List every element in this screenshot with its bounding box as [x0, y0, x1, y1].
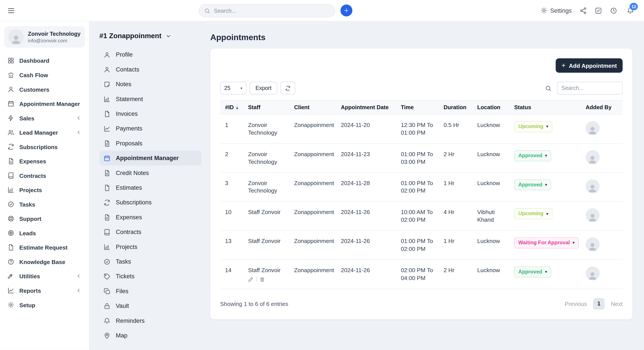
share-icon[interactable] [580, 7, 587, 14]
plus-icon [343, 8, 350, 14]
sidebar-item[interactable]: Subscriptions [4, 140, 85, 154]
client-selector[interactable]: #1 Zonappoinment [99, 32, 201, 40]
status-dropdown[interactable]: Approved ▾ [514, 266, 551, 278]
client-panel-item[interactable]: Notes [99, 77, 201, 92]
files-icon [104, 288, 110, 295]
status-dropdown[interactable]: Approved ▾ [514, 179, 551, 190]
sidebar-item[interactable]: Estimate Request [4, 240, 85, 254]
status-dropdown[interactable]: Upcoming ▾ [514, 121, 552, 132]
sidebar-item[interactable]: Cash Flow [4, 68, 85, 82]
cell-time: 02:00 PM To 04:00 PM [396, 260, 439, 288]
client-panel-item[interactable]: Profile [99, 47, 201, 62]
check-square-icon[interactable] [595, 7, 602, 14]
client-panel-item[interactable]: Tasks [99, 254, 201, 269]
sales-icon [8, 114, 14, 122]
chevron-left-icon [76, 273, 82, 279]
sidebar-item[interactable]: Leads [4, 226, 85, 240]
sidebar: Zonvoir Technology info@zonvoir.com Dash… [0, 21, 90, 350]
company-card[interactable]: Zonvoir Technology info@zonvoir.com [4, 26, 85, 48]
status-dropdown[interactable]: Upcoming ▾ [514, 208, 552, 219]
cell-location: Lucknow [472, 172, 509, 201]
column-header[interactable]: Location [472, 101, 509, 114]
client-panel-item[interactable]: Credit Notes [99, 166, 201, 180]
client-panel-item[interactable]: Expenses [99, 210, 201, 224]
cell-duration: 0.5 Hr [439, 114, 472, 143]
notifications-button[interactable]: 12 [627, 7, 634, 14]
sidebar-item-label: Utilities [19, 273, 40, 280]
export-button[interactable]: Export [250, 82, 277, 94]
column-header[interactable]: Client [289, 101, 336, 114]
client-panel-item[interactable]: Files [99, 284, 201, 298]
sidebar-item[interactable]: Reports [4, 283, 85, 298]
per-page-select[interactable]: 25 ▾ [220, 82, 246, 94]
client-panel-item[interactable]: Subscriptions [99, 195, 201, 210]
page-number-button[interactable]: 1 [593, 298, 604, 310]
cell-duration: 1 Hr [439, 172, 472, 201]
table-header: #ID ▴ Staff Client [220, 100, 623, 115]
client-panel-item[interactable]: Payments [99, 121, 201, 136]
sidebar-item[interactable]: Dashboard [4, 53, 85, 68]
client-panel-item[interactable]: Vault [99, 298, 201, 313]
client-panel-item[interactable]: Statement [99, 92, 201, 106]
refresh-button[interactable] [280, 82, 295, 94]
sidebar-item[interactable]: Utilities [4, 269, 85, 283]
column-header[interactable]: #ID ▴ [220, 101, 243, 114]
chevron-down-icon: ▾ [546, 124, 548, 129]
next-page-button[interactable]: Next [611, 300, 623, 307]
chevron-left-icon [76, 288, 82, 294]
appointment-manager-icon [104, 154, 110, 162]
sidebar-item[interactable]: Setup [4, 298, 85, 312]
sidebar-item-label: Contracts [19, 172, 46, 179]
client-panel-item[interactable]: Map [99, 328, 201, 343]
client-name: #1 Zonappoinment [99, 32, 162, 40]
table-search-input[interactable] [557, 82, 623, 94]
sidebar-item[interactable]: Contracts [4, 168, 85, 183]
add-appointment-button[interactable]: + Add Appointment [556, 58, 623, 73]
page-title: Appointments [210, 33, 632, 42]
quick-add-button[interactable] [340, 4, 352, 16]
column-header[interactable]: Staff [243, 101, 289, 114]
hamburger-menu-icon[interactable] [7, 6, 15, 14]
column-header[interactable]: Time [396, 101, 439, 114]
status-dropdown[interactable]: Approved ▾ [514, 150, 551, 161]
sidebar-item[interactable]: Support [4, 212, 85, 226]
sidebar-item[interactable]: Appointment Manager [4, 96, 85, 111]
global-search-input[interactable] [214, 8, 330, 14]
sidebar-item[interactable]: Tasks [4, 197, 85, 212]
global-search[interactable] [199, 4, 335, 17]
sidebar-item[interactable]: Customers [4, 82, 85, 96]
sidebar-item[interactable]: Lead Manager [4, 125, 85, 140]
table-search-icon[interactable] [545, 85, 552, 92]
sidebar-item[interactable]: Projects [4, 183, 85, 197]
column-header[interactable]: Appointment Date [336, 101, 396, 114]
sidebar-item[interactable]: Sales [4, 111, 85, 126]
clock-icon[interactable] [610, 7, 618, 14]
client-panel-item[interactable]: Projects [99, 240, 201, 254]
client-panel-item[interactable]: Contracts [99, 224, 201, 239]
column-header[interactable]: Added By [581, 101, 623, 114]
delete-icon[interactable] [260, 277, 265, 282]
client-panel-item[interactable]: Proposals [99, 136, 201, 151]
user-avatar [586, 237, 600, 251]
sort-icon[interactable]: ▴ [236, 104, 238, 110]
status-dropdown[interactable]: Waiting For Approval ▾ [514, 237, 579, 248]
client-panel-item-label: Appointment Manager [116, 155, 179, 162]
sidebar-item[interactable]: Knowledge Base [4, 254, 85, 269]
edit-icon[interactable] [248, 277, 253, 282]
cell-added-by [581, 144, 623, 172]
client-panel-item[interactable]: Reminders [99, 314, 201, 328]
previous-page-button[interactable]: Previous [564, 300, 587, 307]
column-header[interactable]: Status [509, 101, 581, 114]
cell-staff: Zonvoir Technology [243, 172, 289, 201]
client-panel-item-label: Contacts [116, 66, 139, 72]
client-panel-item[interactable]: Estimates [99, 180, 201, 195]
client-panel-item[interactable]: Contacts [99, 62, 201, 77]
settings-button[interactable]: Settings [540, 7, 572, 14]
client-panel-item[interactable]: Appointment Manager [99, 151, 201, 165]
column-header[interactable]: Duration [439, 101, 472, 114]
sidebar-item[interactable]: Expenses [4, 154, 85, 168]
cell-added-by [581, 231, 623, 260]
cell-id: 1 [220, 114, 243, 143]
client-panel-item[interactable]: Invoices [99, 106, 201, 121]
client-panel-item[interactable]: Tickets [99, 269, 201, 284]
